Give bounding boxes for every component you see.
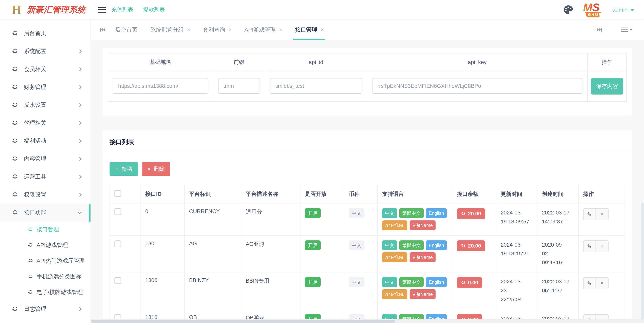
sidebar-item[interactable]: 内容管理 <box>0 150 90 168</box>
svg-text:H: H <box>12 3 22 17</box>
tab-close-icon[interactable]: × <box>228 27 232 33</box>
circle-icon <box>12 306 18 312</box>
sidebar-item-label: 财务管理 <box>24 83 73 91</box>
sidebar-subitem-label: 电子/棋牌游戏管理 <box>36 288 83 296</box>
sidebar-item[interactable]: 权限设置 <box>0 186 90 204</box>
brand-logo[interactable]: H 新豪汇管理系统 <box>0 3 91 17</box>
edit-icon: ✎ <box>587 243 592 250</box>
platform-name: BBIN专用 <box>241 272 300 309</box>
chevron-icon <box>78 103 82 107</box>
currency-badge: 中文 <box>349 208 364 218</box>
add-button[interactable]: + 新增 <box>110 162 138 176</box>
row-checkbox[interactable] <box>114 240 121 247</box>
sidebar-item[interactable]: 福利活动 <box>0 132 90 150</box>
balance-badge[interactable]: ↻ 20.00 <box>457 208 485 219</box>
sidebar-subitem-label: API游戏管理 <box>36 241 68 249</box>
chevron-icon <box>78 67 82 71</box>
balance-badge[interactable]: ↻ 20.00 <box>457 240 485 251</box>
balance-badge[interactable]: ↻ 0.00 <box>457 277 482 288</box>
sidebar-item-label: 权限设置 <box>24 191 73 199</box>
edit-button[interactable]: ✎ <box>584 278 596 289</box>
open-badge: 开启 <box>305 240 320 250</box>
tab[interactable]: API游戏管理 × <box>238 20 289 40</box>
horizontal-scrollbar[interactable] <box>91 319 644 323</box>
form-input[interactable] <box>372 78 582 94</box>
tab-close-icon[interactable]: × <box>279 27 282 33</box>
admin-menu[interactable]: admin <box>612 7 634 13</box>
svg-text:MS: MS <box>583 1 600 14</box>
circle-icon <box>12 30 18 37</box>
hamburger-icon[interactable] <box>98 5 106 15</box>
chevron-icon <box>78 210 82 214</box>
form-header-cell: 前缀 <box>213 54 265 71</box>
tab[interactable]: 接口管理 × <box>288 20 330 40</box>
tab-label: 套利查询 <box>203 26 225 34</box>
refresh-icon: ↻ <box>461 280 465 285</box>
edit-button[interactable]: ✎ <box>584 209 596 220</box>
created-time: 2022-03-17 14:09:37 <box>542 208 574 226</box>
circle-icon <box>12 48 18 55</box>
sidebar-subitem[interactable]: API游戏管理 <box>0 237 90 253</box>
sidebar-item[interactable]: 代理相关 <box>0 114 90 132</box>
delete-row-button[interactable]: × <box>596 278 608 289</box>
delete-button[interactable]: × 删除 <box>142 162 170 176</box>
delete-row-button[interactable]: × <box>596 241 608 252</box>
sidebar-item[interactable]: 反水设置 <box>0 96 90 114</box>
tab-close-icon[interactable]: × <box>187 27 190 33</box>
row-checkbox[interactable] <box>114 208 121 215</box>
brand-mark-icon: H <box>10 3 24 17</box>
topnav-link[interactable]: 提款列表 <box>143 6 165 14</box>
table-header-cell: 平台描述名称 <box>241 185 300 203</box>
skip-back-button[interactable] <box>96 25 109 35</box>
list-toolbar: + 新增 × 删除 <box>102 152 632 176</box>
sidebar-subitem[interactable]: API热门游戏厅管理 <box>0 253 90 269</box>
vertical-scrollbar[interactable] <box>641 202 644 323</box>
palette-icon[interactable] <box>564 5 573 15</box>
circle-icon <box>28 289 33 295</box>
language-badge: 中文 <box>382 277 397 287</box>
sidebar-item[interactable]: 日志管理 <box>0 300 90 318</box>
sidebar-subitem[interactable]: 手机游戏分类图标 <box>0 269 90 284</box>
sidebar-subitem[interactable]: 电子/棋牌游戏管理 <box>0 284 90 300</box>
header-checkbox[interactable] <box>114 190 121 197</box>
form-input[interactable] <box>113 78 208 94</box>
table-header-cell: 接口ID <box>141 185 184 203</box>
tab-label: 后台首页 <box>115 26 138 34</box>
row-checkbox[interactable] <box>114 277 121 284</box>
tabs-menu-button[interactable] <box>618 25 636 35</box>
language-badge: English <box>426 240 447 250</box>
sidebar-subitem[interactable]: 接口管理 <box>0 222 90 237</box>
sidebar-item[interactable]: 会员相关 <box>0 60 90 78</box>
sidebar-item[interactable]: 接口功能 <box>0 204 90 222</box>
skip-forward-button[interactable] <box>593 25 606 35</box>
sidebar-subitem-label: API热门游戏厅管理 <box>36 257 85 265</box>
sidebar-item[interactable]: 系统配置 <box>0 42 90 60</box>
form-input[interactable] <box>218 78 260 94</box>
table-header-cell: 是否开放 <box>300 185 344 203</box>
edit-button[interactable]: ✎ <box>584 241 596 252</box>
tab[interactable]: 套利查询 × <box>196 20 238 40</box>
platform-name: 通用分 <box>241 203 300 235</box>
delete-row-button[interactable]: × <box>596 209 608 220</box>
chevron-icon <box>78 193 82 197</box>
sidebar-subitem-label: 接口管理 <box>36 226 59 233</box>
horizontal-scrollbar-thumb[interactable] <box>91 320 395 323</box>
tab[interactable]: 后台首页 <box>109 20 144 40</box>
admin-username: admin <box>612 7 628 13</box>
sidebar-item[interactable]: 财务管理 <box>0 78 90 96</box>
sidebar-item[interactable]: 运营工具 <box>0 168 90 186</box>
interface-id: 1301 <box>141 235 184 272</box>
sidebar-item[interactable]: 后台首页 <box>0 24 90 42</box>
open-badge: 开启 <box>305 208 320 218</box>
cross-icon: × <box>148 166 151 172</box>
save-button[interactable]: 保存内容 <box>591 78 623 95</box>
chevron-icon <box>78 139 82 143</box>
circle-icon <box>12 102 18 108</box>
sidebar-item-label: 福利活动 <box>24 137 73 145</box>
tab-close-icon[interactable]: × <box>320 27 324 33</box>
form-input[interactable] <box>270 78 362 94</box>
table-header-cell: 创建时间 <box>537 185 578 203</box>
form-field-cell <box>108 71 213 101</box>
topnav-link[interactable]: 充值列表 <box>112 6 133 14</box>
tab[interactable]: 系统配置分组 × <box>144 20 196 40</box>
